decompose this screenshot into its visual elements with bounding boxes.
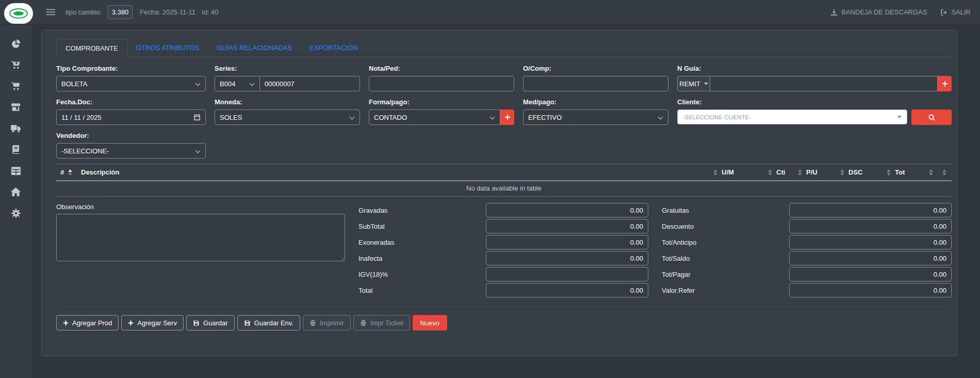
tab-bar: COMPROBANTE OTROS ATRIBUTOS GUÍAS RELACI… (56, 39, 952, 57)
inafecta-input[interactable] (486, 251, 648, 265)
gravadas-input[interactable] (486, 203, 648, 217)
sidebar-item-journal[interactable] (0, 139, 31, 160)
tot-saldo-input[interactable] (789, 251, 952, 265)
impr-ticket-button[interactable]: Impr Ticket (353, 315, 410, 330)
agregar-guia-button[interactable] (938, 76, 952, 91)
total-input[interactable] (486, 283, 648, 297)
nuevo-button[interactable]: Nuevo (413, 315, 448, 330)
vendedor-label: Vendedor: (56, 132, 206, 139)
sort-icon[interactable] (713, 169, 717, 176)
vendedor-select-native[interactable]: -SELECCIONE- (57, 144, 205, 158)
serie-select[interactable]: B004 (215, 76, 260, 91)
calendar-icon[interactable] (193, 114, 201, 121)
agregar-prod-button[interactable]: Agregar Prod (56, 315, 119, 330)
column-header-pu[interactable]: P/U (804, 168, 846, 176)
observacion-textarea[interactable] (56, 214, 345, 261)
forma-pago-select[interactable]: CONTADO (369, 109, 500, 125)
guardar-button[interactable]: Guardar (186, 315, 235, 330)
sort-icon[interactable] (768, 169, 772, 176)
tab-otros-atributos[interactable]: OTROS ATRIBUTOS (127, 39, 208, 57)
plus-icon (63, 320, 69, 326)
home-icon (11, 187, 21, 196)
tipo-comprobante-label: Tipo Comprobante: (56, 65, 206, 72)
sort-icon[interactable] (887, 169, 891, 176)
vendedor-select[interactable]: -SELECCIONE- (56, 143, 206, 159)
sort-icon[interactable] (929, 169, 933, 176)
gratuitas-input[interactable] (789, 203, 952, 217)
tot-pagar-input[interactable] (789, 267, 952, 281)
sidebar-item-settings[interactable] (0, 202, 31, 224)
total-row-tot-pagar: Tot/Pagar (662, 267, 952, 281)
menu-toggle-icon[interactable] (46, 8, 55, 17)
cliente-select[interactable]: -SELECCIONE CLIENTE- (677, 109, 907, 124)
agregar-forma-pago-button[interactable] (500, 109, 514, 125)
o-comp-label: O/Comp: (523, 65, 668, 72)
field-series: Series: B004 (215, 65, 360, 91)
sidebar-item-reports[interactable] (0, 160, 31, 181)
sidebar-item-purchases[interactable] (0, 54, 31, 75)
moneda-select[interactable]: SOLES (215, 109, 360, 125)
sidebar-item-dashboard[interactable] (0, 33, 31, 54)
items-table-header: # Descripción U/M Cti (56, 164, 952, 181)
fecha-doc-input[interactable]: 11 / 11 / 2025 (56, 109, 206, 125)
serie-numero-input[interactable] (260, 76, 360, 91)
n-guia-label: N Guía: (677, 65, 952, 72)
sort-icon[interactable] (798, 169, 802, 176)
bandeja-descargas-link[interactable]: BANDEJA DE DESCARGAS (830, 8, 927, 16)
column-header-cti[interactable]: Cti (774, 168, 804, 176)
tab-exportacion[interactable]: EXPORTACIÓN (301, 39, 366, 57)
sign-out-icon (940, 9, 948, 16)
exoneradas-input[interactable] (486, 235, 648, 249)
tot-anticipo-input[interactable] (789, 235, 952, 249)
med-pago-select-native[interactable]: EFECTIVO (524, 110, 668, 124)
total-row-exoneradas: Exoneradas (358, 235, 648, 249)
n-guia-input[interactable] (710, 76, 938, 91)
tab-guias-relacionadas[interactable]: GUÍAS RELACIONADAS (208, 39, 301, 57)
forma-pago-select-native[interactable]: CONTADO (369, 110, 500, 124)
column-header-dsc[interactable]: DSC (846, 168, 893, 176)
buscar-cliente-button[interactable] (911, 109, 952, 125)
column-header-actions[interactable] (935, 169, 949, 176)
imprimir-button[interactable]: Imprimir (303, 315, 351, 330)
nota-ped-input[interactable] (369, 76, 514, 91)
column-header-tot[interactable]: Tot (893, 168, 935, 176)
igv-input[interactable] (486, 267, 648, 281)
descuento-input[interactable] (789, 219, 952, 233)
store-icon (11, 103, 21, 112)
column-header-um[interactable]: U/M (720, 168, 774, 176)
sort-icon[interactable] (942, 169, 946, 176)
tipo-comprobante-select[interactable]: BOLETA (56, 76, 206, 91)
sort-icon[interactable] (68, 169, 72, 176)
subtotal-input[interactable] (486, 219, 648, 233)
o-comp-input[interactable] (523, 76, 668, 91)
moneda-select-native[interactable]: SOLES (215, 110, 360, 124)
printer-icon (360, 320, 367, 326)
field-n-guia: N Guía: REMIT (677, 65, 952, 91)
valor-refer-input[interactable] (789, 283, 952, 297)
sidebar-item-dispatch[interactable] (0, 118, 31, 139)
sidebar-item-store[interactable] (0, 97, 31, 118)
med-pago-select[interactable]: EFECTIVO (523, 109, 668, 125)
tab-comprobante[interactable]: COMPROBANTE (56, 39, 127, 57)
agregar-serv-button[interactable]: Agregar Serv (121, 315, 184, 330)
comprobante-form: Tipo Comprobante: BOLETA Series: (56, 65, 952, 159)
guardar-env-button[interactable]: Guardar Env. (237, 315, 300, 330)
column-header-descripcion[interactable]: Descripción (79, 168, 720, 176)
sort-icon[interactable] (840, 169, 844, 176)
sidebar-item-home[interactable] (0, 181, 31, 202)
sidebar-item-sales[interactable] (0, 75, 31, 97)
column-header-num[interactable]: # (58, 168, 79, 176)
tipo-cambio-input[interactable] (108, 5, 133, 19)
brand-logo[interactable] (4, 3, 33, 24)
field-forma-pago: Forma/pago: CONTADO (369, 98, 514, 125)
tipo-comprobante-select-native[interactable]: BOLETA (57, 76, 205, 91)
chevron-down-icon (897, 116, 902, 118)
items-table: # Descripción U/M Cti (56, 164, 952, 197)
totals-left-column: Gravadas SubTotal Exoneradas Inafec (358, 203, 648, 299)
tipo-cambio-label: tipo cambio: (66, 8, 102, 16)
total-row-tot-saldo: Tot/Saldo (662, 251, 952, 265)
guia-tipo-dropdown[interactable]: REMIT (677, 76, 710, 91)
salir-link[interactable]: SALIR (940, 8, 971, 16)
observacion-block: Observación (56, 203, 345, 299)
serie-select-native[interactable]: B004 (215, 76, 259, 91)
